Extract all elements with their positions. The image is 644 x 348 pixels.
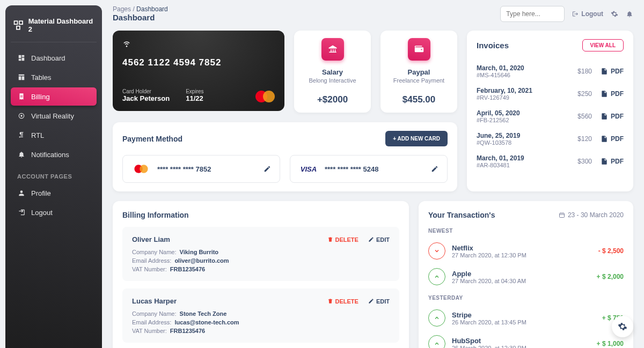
visa-icon: VISA <box>301 165 317 173</box>
transaction-amount: + $ 2,000 <box>597 273 624 280</box>
sidebar-item-dashboard[interactable]: Dashboard <box>11 49 97 67</box>
invoice-pdf-link[interactable]: PDF <box>601 135 624 143</box>
invoice-pdf-link[interactable]: PDF <box>601 90 624 98</box>
logout-icon <box>572 11 579 17</box>
transaction-time: 27 March 2020, at 12:30 PM <box>452 252 592 258</box>
invoice-pdf-link[interactable]: PDF <box>601 113 624 120</box>
invoice-id: #AR-803481 <box>477 162 524 168</box>
pdf-icon <box>601 158 608 165</box>
dashboard-icon <box>17 54 26 62</box>
edit-button[interactable]: EDIT <box>368 298 390 305</box>
svg-rect-1 <box>19 21 23 24</box>
receipt-icon <box>17 92 26 101</box>
bank-icon <box>321 38 344 61</box>
nav-label: Profile <box>31 189 51 197</box>
brand-icon <box>13 19 24 31</box>
stat-amount: $455.00 <box>402 94 435 105</box>
payment-method-card: Payment Method + ADD NEW CARD **** **** … <box>113 122 457 191</box>
sidebar-section-title: ACCOUNT PAGES <box>17 173 97 180</box>
transactions-card: Your Transaction's 23 - 30 March 2020 NE… <box>419 201 633 348</box>
svg-rect-4 <box>559 213 564 218</box>
stat-salary: Salary Belong Interactive +$2000 <box>294 31 371 113</box>
pdf-icon <box>601 113 608 120</box>
breadcrumb-current: Dashboard <box>136 5 168 13</box>
mastercard-icon <box>134 165 148 173</box>
delete-button[interactable]: DELETE <box>327 236 358 243</box>
sidebar-item-logout[interactable]: Logout <box>11 203 97 221</box>
transaction-row: Netflix27 March 2020, at 12:30 PM- $ 2,5… <box>428 238 624 264</box>
invoice-row: March, 01, 2019#AR-803481$300PDF <box>477 150 624 173</box>
bell-icon <box>17 150 26 159</box>
invoices-card: Invoices VIEW ALL March, 01, 2020#MS-415… <box>467 31 633 191</box>
svg-rect-2 <box>17 26 20 29</box>
topbar: Pages / Dashboard Dashboard Logout <box>113 5 633 22</box>
page-title: Dashboard <box>113 13 168 22</box>
transaction-amount: - $ 2,500 <box>598 247 624 255</box>
logout-link[interactable]: Logout <box>572 10 603 18</box>
svg-rect-0 <box>14 21 18 24</box>
edit-icon[interactable] <box>431 165 438 173</box>
pdf-icon <box>601 135 608 143</box>
card-exp-label: Expires <box>186 88 203 94</box>
payment-card-item: VISA**** **** **** 5248 <box>290 155 448 183</box>
stat-sub: Freelance Payment <box>393 77 444 84</box>
transactions-range: 23 - 30 March 2020 <box>559 211 624 219</box>
stat-amount: +$2000 <box>317 94 348 105</box>
arrow-up-icon <box>428 335 445 348</box>
card-holder-label: Card Holder <box>122 88 170 94</box>
invoice-row: March, 01, 2020#MS-415646$180PDF <box>477 60 624 83</box>
invoice-amount: $180 <box>577 68 592 75</box>
transaction-row: HubSpot26 March 2020, at 12:30 PM+ $ 1,0… <box>428 331 624 348</box>
gear-icon[interactable] <box>611 10 618 18</box>
invoice-date: April, 05, 2020 <box>477 109 520 117</box>
transaction-time: 26 March 2020, at 13:45 PM <box>452 319 596 325</box>
invoice-date: February, 10, 2021 <box>477 87 532 94</box>
nav-label: RTL <box>31 131 44 139</box>
delete-button[interactable]: DELETE <box>327 298 358 305</box>
card-number: **** **** **** 7852 <box>157 165 211 173</box>
billing-info-card: Billing Information Oliver LiamDELETEEDI… <box>113 201 409 348</box>
sidebar-item-rtl[interactable]: RTL <box>11 126 97 144</box>
sidebar-item-profile[interactable]: Profile <box>11 184 97 202</box>
nav-label: Tables <box>31 73 52 82</box>
transaction-row: Apple27 March 2020, at 04:30 AM+ $ 2,000 <box>428 264 624 290</box>
stat-title: Salary <box>322 68 343 76</box>
settings-fab[interactable] <box>612 316 633 337</box>
bell-icon[interactable] <box>626 10 633 18</box>
invoices-title: Invoices <box>477 41 509 50</box>
transaction-row: Stripe26 March 2020, at 13:45 PM+ $ 750 <box>428 305 624 331</box>
sidebar-item-notifications[interactable]: Notifications <box>11 145 97 164</box>
mastercard-icon <box>255 91 275 102</box>
sidebar-item-tables[interactable]: Tables <box>11 68 97 86</box>
view-all-button[interactable]: VIEW ALL <box>582 39 624 51</box>
invoice-pdf-link[interactable]: PDF <box>601 68 624 75</box>
credit-card: 4562 1122 4594 7852 Card Holder Jack Pet… <box>113 31 284 111</box>
transactions-title: Your Transaction's <box>428 211 495 219</box>
invoice-id: #RV-126749 <box>477 94 532 101</box>
main: Pages / Dashboard Dashboard Logout <box>107 0 644 348</box>
sidebar: Material Dashboard 2 DashboardTablesBill… <box>5 5 102 348</box>
arrow-up-icon <box>428 268 445 285</box>
add-card-button[interactable]: + ADD NEW CARD <box>385 131 448 146</box>
invoice-pdf-link[interactable]: PDF <box>601 158 624 165</box>
breadcrumb: Pages / Dashboard <box>113 5 168 13</box>
transaction-name: Stripe <box>452 311 596 319</box>
payment-title: Payment Method <box>122 135 182 143</box>
sidebar-item-virtual-reality[interactable]: Virtual Reality <box>11 107 97 125</box>
billing-name: Oliver Liam <box>132 235 170 243</box>
invoice-date: March, 01, 2020 <box>477 64 524 72</box>
sidebar-item-billing[interactable]: Billing <box>11 87 97 106</box>
nav-label: Billing <box>31 93 50 101</box>
transaction-name: Apple <box>452 270 590 278</box>
search-input[interactable] <box>500 6 565 22</box>
invoice-date: March, 01, 2019 <box>477 154 524 162</box>
billing-title: Billing Information <box>122 211 399 219</box>
card-holder: Jack Peterson <box>122 94 170 102</box>
edit-button[interactable]: EDIT <box>368 236 390 243</box>
arrow-down-icon <box>428 242 445 260</box>
nav-label: Logout <box>31 209 53 217</box>
arrow-up-icon <box>428 309 445 327</box>
breadcrumb-parent[interactable]: Pages <box>113 5 131 13</box>
edit-icon[interactable] <box>264 165 271 173</box>
card-number: **** **** **** 5248 <box>325 165 378 173</box>
